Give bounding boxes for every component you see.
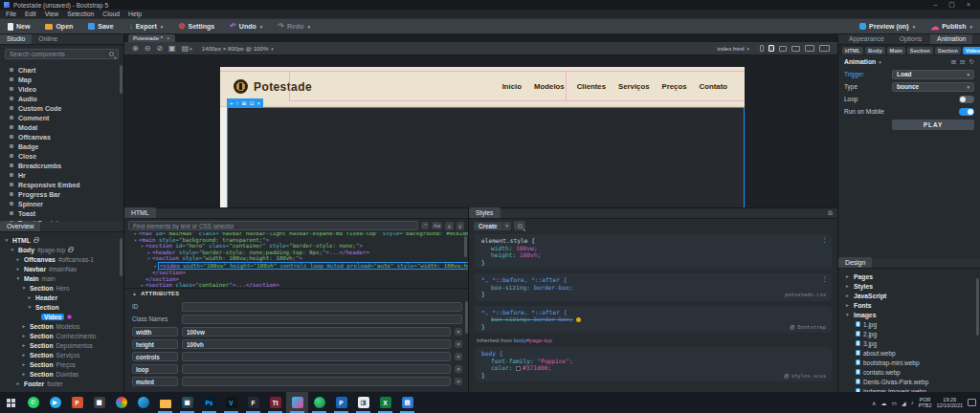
find-next-icon[interactable]: ∨ [457,222,464,230]
taskbar-app-photoshop[interactable]: Ps [198,392,220,413]
component-item-badge[interactable]: Badge [0,141,123,151]
tree-arrow-icon[interactable]: ▸ [15,266,21,272]
component-item-toast[interactable]: Toast [0,208,123,218]
find-input[interactable] [128,221,418,230]
tree-arrow-icon[interactable]: ▸ [27,294,33,300]
attribute-value-field[interactable] [182,377,451,386]
component-item-toast-container[interactable]: Toast Container [0,218,123,222]
taskbar-app-figma[interactable]: F [242,392,264,413]
design-folder-images[interactable]: ▾Images [838,310,980,319]
device-icon[interactable]: ▤▾ [182,45,192,53]
tree-item-offcanvas-offcanvas1[interactable]: ▸Offcanvas#offcanvas-1 [0,254,123,264]
component-item-offcanvas[interactable]: Offcanvas [0,132,123,141]
attribute-name-field[interactable]: muted [132,377,178,386]
component-item-audio[interactable]: Audio [0,94,123,103]
tree-arrow-icon[interactable]: ▸ [21,371,27,377]
taskbar-app-chrome[interactable] [110,392,132,413]
desktop-preview-button[interactable] [805,45,814,52]
new-button[interactable]: New [8,23,30,31]
tree-item-section-Hero[interactable]: ▾SectionHero [0,283,123,293]
design-folder-pages[interactable]: ▸Pages [838,272,980,281]
menu-help[interactable]: Help [128,11,142,17]
taskbar-app-vscode[interactable]: V [220,392,242,413]
component-item-chart[interactable]: Chart [0,65,123,75]
tree-item-section[interactable]: ▾Section [0,302,123,312]
tree-item-main-main[interactable]: ▾Mainmain [0,273,123,283]
component-item-map[interactable]: Map [0,75,123,84]
selected-video-element[interactable] [227,107,745,207]
tree-arrow-icon[interactable]: ▸ [21,323,27,329]
battery-icon[interactable]: ▭ [891,400,897,406]
component-item-comment[interactable]: Comment [0,113,123,122]
components-scrollbar[interactable] [120,65,122,94]
taskbar-app-photos[interactable]: ▣ [176,392,198,413]
attributes-scrollbar[interactable] [465,301,468,334]
regex-icon[interactable]: .* [421,222,429,229]
move-icon[interactable]: + [230,99,234,107]
component-item-spinner[interactable]: Spinner [0,199,123,208]
components-search-input[interactable] [10,51,109,57]
tree-arrow-icon[interactable]: ▸ [21,352,27,358]
rule-menu-icon[interactable]: ⋮ [821,237,828,245]
attribute-value-field[interactable]: 100vw [182,327,451,337]
tab-animation[interactable]: Animation [930,33,972,44]
play-button[interactable]: PLAY [892,120,974,130]
tree-arrow-icon[interactable]: ▾ [10,247,15,252]
design-folder-javascript[interactable]: ▸JavaScript [838,291,980,300]
tab-appearance[interactable]: Appearance [842,33,891,44]
attribute-name-field[interactable]: controls [132,352,178,361]
tree-item-section-Dvidas[interactable]: ▸SectionDúvidas [0,369,123,379]
code-line[interactable]: ▸<section class="container">...</section… [124,282,468,288]
design-image-2-jpg[interactable]: 2.jpg [838,329,980,338]
loop-toggle[interactable] [959,96,974,103]
tab-html[interactable]: HTML [124,207,156,218]
attributes-header[interactable]: ▲ ATTRIBUTES [124,288,468,297]
duplicate-icon[interactable]: ⊞ [242,99,247,107]
tab-online[interactable]: Online [32,33,64,44]
zoom-in-icon[interactable]: ⊕ [132,45,139,53]
design-scrollbar[interactable] [976,278,979,336]
tree-arrow-icon[interactable]: ▾ [27,304,33,310]
open-button[interactable]: Open [45,23,73,30]
laptop-small-preview-button[interactable] [779,46,787,52]
page-nav-link-servicos[interactable]: Serviços [618,82,650,91]
page-nav-link-clientes[interactable]: Clientes [577,82,606,91]
design-image-1-jpg[interactable]: 1.jpg [838,319,980,329]
language-indicator[interactable]: POR PTB2 [919,397,932,408]
taskbar-app-whatsapp[interactable]: ✆ [22,392,44,413]
breadcrumb-video-5[interactable]: Video [963,47,980,54]
close-button[interactable]: × [967,1,970,9]
taskbar-app-publisher[interactable]: P [330,392,352,413]
tree-item-navbar-mainNav[interactable]: ▸Navbar#mainNav [0,264,123,273]
tree-item-section-Depoimentos[interactable]: ▸SectionDepoimentos [0,340,123,350]
notification-center-icon[interactable] [968,399,976,406]
undo-button[interactable]: ↶Undo▾ [230,23,262,30]
tab-overview[interactable]: Overview [0,221,40,231]
tab-styles[interactable]: Styles [469,207,501,218]
html-code-tree[interactable]: ▸<nav id="mainNav" class="navbar navbar-… [124,232,468,288]
component-item-custom-code[interactable]: Custom Code [0,103,123,113]
component-item-hr[interactable]: Hr [0,170,123,180]
page-tab[interactable]: Potestade * × [128,34,175,42]
css-rule-card[interactable]: *, *::before, *::after {box-sizing: bord… [475,273,832,301]
taskbar-app-explorer[interactable] [154,392,176,413]
tree-arrow-icon[interactable]: ▸ [15,256,21,262]
attribute-name-field[interactable]: loop [132,364,178,374]
maximize-button[interactable]: ▢ [948,1,955,9]
ban-icon[interactable]: ⊘ [156,45,163,53]
tree-item-footer-footer[interactable]: ▸Footerfooter [0,379,123,388]
menu-cloud[interactable]: Cloud [102,11,120,17]
design-image-about-webp[interactable]: about.webp [838,348,980,358]
taskbar-app-typeapp[interactable]: Tt [264,392,286,413]
component-item-video[interactable]: Video [0,84,123,94]
animation-section-header[interactable]: Animation ▾ ⊞ ⊟ ↻ [838,55,980,68]
sound-icon[interactable]: ♪ [911,400,914,405]
preview-on--button[interactable]: Preview (on)▾ [859,23,915,30]
design-image-bootstrap-mini-webp[interactable]: bootstrap-mini.webp [838,358,980,367]
reset-icon[interactable]: ↻ [969,58,974,66]
attribute-name-field[interactable]: width [132,327,178,337]
tree-item-header[interactable]: ▸Header [0,293,123,302]
code-line-selected[interactable]: ▸<video width="100vw" height="100vh" con… [124,262,468,271]
css-rule-card[interactable]: element.style {width: 100vw;height: 100v… [475,234,832,269]
page-nav-link-modelos[interactable]: Modelos [534,82,565,91]
